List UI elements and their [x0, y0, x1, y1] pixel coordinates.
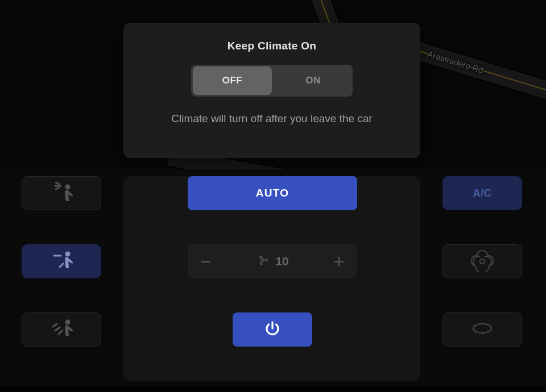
airflow-face-feet-button[interactable] — [22, 244, 101, 278]
fan-decrease-button[interactable]: − — [188, 244, 224, 278]
climate-panel: AUTO A/C − — [0, 169, 546, 386]
recirculate-button[interactable] — [442, 312, 522, 347]
svg-point-4 — [65, 320, 71, 325]
svg-point-0 — [65, 185, 71, 190]
airflow-feet-icon — [47, 318, 76, 341]
ac-button[interactable]: A/C — [442, 176, 522, 210]
airflow-face-icon — [47, 182, 76, 205]
auto-button[interactable]: AUTO — [188, 176, 357, 210]
recirculate-icon — [470, 320, 495, 339]
fan-icon — [256, 253, 270, 270]
keep-climate-modal: Keep Climate On OFF ON Climate will turn… — [123, 23, 420, 158]
keep-climate-toggle: OFF ON — [191, 65, 353, 97]
biohazard-icon — [471, 249, 494, 274]
keep-climate-on-button[interactable]: ON — [274, 65, 353, 97]
fan-speed-display: 10 — [224, 253, 321, 270]
modal-title: Keep Climate On — [228, 40, 317, 52]
keep-climate-off-button[interactable]: OFF — [193, 66, 272, 95]
svg-point-1 — [65, 252, 71, 257]
fan-speed-control: − 10 + — [188, 244, 357, 278]
airflow-face-button[interactable] — [22, 176, 101, 210]
svg-point-3 — [480, 259, 485, 264]
climate-power-button[interactable] — [233, 312, 312, 347]
fan-speed-value: 10 — [275, 255, 288, 268]
power-icon — [264, 320, 281, 339]
fan-increase-button[interactable]: + — [321, 244, 357, 278]
modal-description: Climate will turn off after you leave th… — [171, 112, 372, 125]
airflow-face-feet-icon — [47, 250, 76, 273]
airflow-feet-button[interactable] — [22, 312, 101, 347]
bioweapon-defense-button[interactable] — [442, 244, 522, 278]
ac-label: A/C — [473, 187, 492, 199]
